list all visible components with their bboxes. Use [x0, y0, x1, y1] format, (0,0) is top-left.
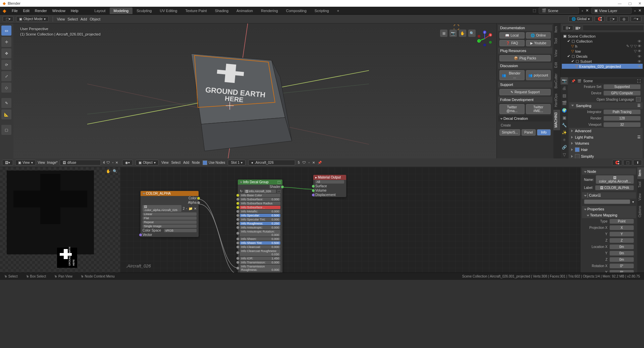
ne-add[interactable]: Add: [183, 161, 189, 164]
advanced-header[interactable]: Advanced: [569, 128, 643, 134]
scene-new-icon[interactable]: ▫: [582, 9, 583, 13]
volumes-header[interactable]: Volumes: [569, 140, 643, 146]
vtab-view[interactable]: View: [553, 47, 560, 60]
twitter1-button[interactable]: Twitter @ma...: [499, 104, 525, 114]
vtab-edit[interactable]: Edit: [553, 59, 560, 70]
node-input-row[interactable]: Info Base Color: [238, 193, 282, 197]
source-select[interactable]: Single Image: [143, 225, 197, 228]
outliner-search[interactable]: [583, 25, 644, 31]
context-icon[interactable]: ⛶: [637, 79, 641, 83]
viewlayer-selector[interactable]: ▣ View Layer: [591, 7, 632, 14]
camera-icon[interactable]: 📷: [449, 30, 457, 37]
fake-user-icon[interactable]: 🛡: [303, 161, 306, 164]
unlink-mat-icon[interactable]: ✕: [312, 161, 315, 164]
node-input-row[interactable]: Info Metallic:0.000: [238, 209, 282, 213]
loc-z-field[interactable]: 0m: [609, 257, 634, 262]
tab-rendering[interactable]: Rendering: [257, 7, 282, 14]
ne-select[interactable]: Select: [171, 161, 180, 164]
node-label-field[interactable]: 🖼 COLOR_ALPHA: [595, 185, 634, 190]
color-checkbox[interactable]: [587, 193, 588, 198]
menu-help[interactable]: Help: [71, 9, 78, 13]
pan-icon[interactable]: ✋: [106, 169, 111, 173]
tab-sculpting[interactable]: Sculpting: [132, 7, 156, 14]
osl-checkbox[interactable]: [636, 97, 641, 102]
simplify-checkbox[interactable]: [575, 154, 580, 159]
cursor-tool[interactable]: ✛: [1, 37, 11, 47]
prop-tab-viewlayer[interactable]: ▤: [560, 92, 568, 99]
interp-select[interactable]: Linear: [143, 212, 197, 216]
vtab-machin3[interactable]: MACHIN3: [553, 110, 560, 130]
tab-uv-editing[interactable]: UV Editing: [156, 7, 181, 14]
info-button[interactable]: Info: [537, 129, 551, 136]
snap-type[interactable]: ⬚▾: [607, 16, 618, 22]
texmap-type-select[interactable]: Point: [609, 219, 634, 224]
tab-scripting[interactable]: Scripting: [311, 7, 333, 14]
polycount-button[interactable]: 👥 polycount: [526, 70, 551, 80]
vtab-options[interactable]: Options: [637, 203, 644, 220]
node-canvas[interactable]: .Aircraft_026 COLOR_ALPHA Color Alpha 🖼 …: [120, 167, 580, 272]
move-tool[interactable]: ✥: [1, 48, 11, 58]
node-input-row[interactable]: Info Roughness:0.250: [238, 221, 282, 226]
transform-tool[interactable]: ◇: [1, 83, 11, 93]
viewport-samples-field[interactable]: 32: [603, 122, 641, 127]
integrator-select[interactable]: Path Tracing: [603, 109, 641, 114]
youtube-button[interactable]: ▶ Youtube: [526, 40, 551, 46]
vp-menu-add[interactable]: Add: [80, 17, 87, 21]
imgeditor-type-icon[interactable]: 🖼▾: [2, 160, 13, 165]
imged-mode-icon[interactable]: ▣ View ▾: [15, 160, 36, 165]
measure-tool[interactable]: 📐: [1, 109, 11, 119]
new-image-icon[interactable]: ▫: [112, 161, 113, 164]
panel-button[interactable]: Panel: [522, 129, 535, 136]
menu-window[interactable]: Window: [52, 9, 65, 13]
plug-packs-button[interactable]: 📦 Plug Packs: [499, 55, 551, 61]
node-input-row[interactable]: Info Clearcoat Roughness:0.030: [238, 249, 282, 256]
node-info-decal-group[interactable]: Info Decal Group ⬚ Shader ↻🖼 info.Aircra…: [237, 179, 283, 272]
colorspace-select[interactable]: sRGB: [164, 229, 197, 232]
shader-type-select[interactable]: ▣ Object ▾: [136, 160, 159, 165]
device-select[interactable]: GPU Compute: [603, 91, 641, 96]
node-input-row[interactable]: Info Transmission Roughness:0.000: [238, 264, 282, 272]
props-panel-header[interactable]: Properties: [582, 206, 636, 212]
use-nodes-checkbox[interactable]: [203, 160, 207, 165]
proportional-type[interactable]: ◠▾: [631, 16, 641, 22]
texmap-header[interactable]: Texture Mapping: [582, 212, 636, 218]
mode-selector[interactable]: ▣ Object Mode ▾: [16, 16, 49, 22]
editor-type-icon[interactable]: ⬚▾: [3, 16, 13, 22]
node-input-row[interactable]: Info Subsurface:0.000: [238, 197, 282, 201]
node-input-row[interactable]: Info Clearcoat:0.000: [238, 245, 282, 249]
node-name-field[interactable]: 🖼 color_alpha.Aircraft...: [596, 175, 634, 184]
loc-x-field[interactable]: 0m: [609, 244, 634, 249]
pin-icon[interactable]: 📌: [318, 161, 322, 164]
vtab-tool[interactable]: Tool: [553, 35, 560, 47]
annotate-tool[interactable]: ✎: [1, 98, 11, 108]
node-input-row[interactable]: Info Transmission:0.000: [238, 260, 282, 264]
rotate-tool[interactable]: ⟳: [1, 60, 11, 70]
vp-menu-view[interactable]: View: [57, 17, 65, 21]
vtab-view[interactable]: View: [637, 191, 644, 203]
tab-add[interactable]: +: [333, 7, 343, 14]
ne-node[interactable]: Node: [192, 161, 200, 164]
zoom-icon[interactable]: ⊞: [440, 30, 447, 37]
doc-online-button[interactable]: 🌐 Online: [526, 32, 551, 39]
proj-select[interactable]: Flat: [143, 216, 197, 220]
simple-button[interactable]: Simple/S...: [499, 129, 520, 136]
pin-icon[interactable]: 📌: [571, 79, 575, 83]
tab-modeling[interactable]: Modeling: [110, 7, 133, 14]
node-input-row[interactable]: Invert:0.000: [238, 272, 282, 272]
target-select[interactable]: All: [315, 180, 344, 184]
prop-tab-modifier[interactable]: 🔧: [560, 121, 568, 129]
vp-menu-object[interactable]: Object: [90, 17, 101, 21]
sampling-header[interactable]: Sampling☰: [569, 102, 643, 109]
prop-tab-object[interactable]: ▣: [560, 114, 568, 121]
prop-tab-mesh[interactable]: ▽: [560, 151, 568, 158]
proportional-toggle[interactable]: ◎: [620, 16, 629, 22]
imged-view[interactable]: View: [38, 161, 45, 164]
node-input-row[interactable]: Info Subsurface ..: [238, 205, 282, 209]
node-input-row[interactable]: Info IOR:1.450: [238, 256, 282, 260]
breadcrumb-scene[interactable]: Scene: [583, 79, 593, 83]
image-selector[interactable]: 🖼 .color_alpha.Aircraft_026: [143, 205, 181, 212]
prop-tab-particles[interactable]: ✨: [560, 129, 568, 136]
menu-render[interactable]: Render: [35, 9, 47, 13]
follow-dev-header[interactable]: Follow Development: [498, 97, 552, 103]
node-input-row[interactable]: Info Sheen:0.000: [238, 237, 282, 241]
